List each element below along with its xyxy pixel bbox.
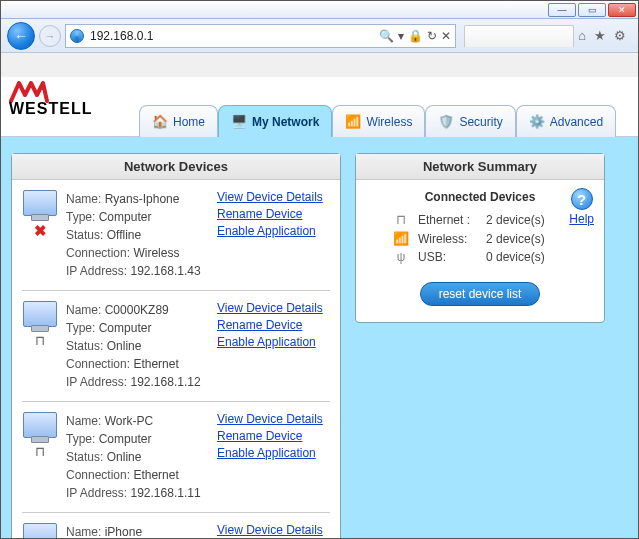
device-icon-column: 📶	[20, 523, 60, 538]
device-info: Name: C0000KZ89Type: ComputerStatus: Onl…	[66, 301, 211, 391]
device-status: Online	[107, 450, 142, 464]
help-icon[interactable]: ?	[571, 188, 593, 210]
summary-eth-label: Ethernet :	[418, 213, 480, 227]
device-row: ⊓Name: Work-PCType: ComputerStatus: Onli…	[12, 402, 340, 512]
enable-application-link[interactable]: Enable Application	[217, 335, 316, 349]
stop-icon[interactable]: ✕	[441, 29, 451, 43]
address-bar[interactable]: 192.168.0.1 🔍 ▾ 🔒 ↻ ✕	[65, 24, 456, 48]
brand-logo: WESTELL	[9, 81, 92, 118]
device-name: Ryans-Iphone	[105, 192, 180, 206]
device-name: C0000KZ89	[105, 303, 169, 317]
window-close-button[interactable]: ✕	[608, 3, 636, 17]
device-type: Computer	[99, 321, 152, 335]
view-device-details-link[interactable]: View Device Details	[217, 412, 323, 426]
computer-icon	[23, 412, 57, 438]
device-icon-column: ✖	[20, 190, 60, 280]
device-type: Computer	[99, 210, 152, 224]
window-minimize-button[interactable]: —	[548, 3, 576, 17]
device-row: ✖Name: Ryans-IphoneType: ComputerStatus:…	[12, 180, 340, 290]
nav-forward-button[interactable]: →	[39, 25, 61, 47]
device-ip: 192.168.1.43	[131, 264, 201, 278]
device-name: Work-PC	[105, 414, 153, 428]
network-tab-icon: 🖥️	[231, 114, 247, 130]
view-device-details-link[interactable]: View Device Details	[217, 190, 323, 204]
device-links: View Device DetailsRename DeviceEnable A…	[217, 523, 332, 538]
security-tab-icon: 🛡️	[438, 114, 454, 130]
network-summary-title: Network Summary	[356, 154, 604, 180]
device-connection: Ethernet	[133, 357, 178, 371]
tools-icon[interactable]: ⚙	[614, 28, 626, 43]
device-row: 📶Name: iPhoneType: ComputerStatus: Onlin…	[12, 513, 340, 538]
device-links: View Device DetailsRename DeviceEnable A…	[217, 190, 332, 280]
computer-icon	[23, 190, 57, 216]
refresh-icon[interactable]: ↻	[427, 29, 437, 43]
device-ip: 192.168.1.11	[131, 486, 201, 500]
device-status: Online	[107, 339, 142, 353]
browser-tab[interactable]	[464, 25, 574, 47]
dropdown-icon[interactable]: ▾	[398, 29, 404, 43]
rename-device-link[interactable]: Rename Device	[217, 429, 302, 443]
help-link[interactable]: Help	[569, 212, 594, 226]
rename-device-link[interactable]: Rename Device	[217, 318, 302, 332]
content-area: Network Devices ✖Name: Ryans-IphoneType:…	[1, 137, 638, 538]
network-devices-title: Network Devices	[12, 154, 340, 180]
tab-security[interactable]: 🛡️ Security	[425, 105, 515, 137]
address-icons: 🔍 ▾ 🔒 ↻ ✕	[379, 29, 451, 43]
summary-wifi-label: Wireless:	[418, 232, 480, 246]
summary-subtitle: Connected Devices	[368, 190, 592, 204]
ethernet-icon: ⊓	[35, 444, 45, 459]
summary-wifi-value: 2 device(s)	[486, 232, 592, 246]
tab-security-label: Security	[459, 115, 502, 129]
ethernet-icon: ⊓	[35, 333, 45, 348]
tab-wireless[interactable]: 📶 Wireless	[332, 105, 425, 137]
tab-home[interactable]: 🏠 Home	[139, 105, 218, 137]
tab-wireless-label: Wireless	[366, 115, 412, 129]
search-icon[interactable]: 🔍	[379, 29, 394, 43]
device-links: View Device DetailsRename DeviceEnable A…	[217, 301, 332, 391]
network-summary-panel: Network Summary ? Help Connected Devices…	[355, 153, 605, 323]
reset-device-list-button[interactable]: reset device list	[420, 282, 541, 306]
page-viewport: WESTELL 🏠 Home 🖥️ My Network 📶 Wireless …	[1, 77, 638, 538]
network-devices-panel: Network Devices ✖Name: Ryans-IphoneType:…	[11, 153, 341, 538]
home-icon[interactable]: ⌂	[578, 28, 586, 43]
device-row: ⊓Name: C0000KZ89Type: ComputerStatus: On…	[12, 291, 340, 401]
usb-icon: ψ	[390, 250, 412, 264]
enable-application-link[interactable]: Enable Application	[217, 224, 316, 238]
devices-list: ✖Name: Ryans-IphoneType: ComputerStatus:…	[12, 180, 340, 538]
summary-row-ethernet: ⊓ Ethernet : 2 device(s)	[390, 212, 592, 227]
device-icon-column: ⊓	[20, 301, 60, 391]
favorites-icon[interactable]: ★	[594, 28, 606, 43]
summary-row-usb: ψ USB: 0 device(s)	[390, 250, 592, 264]
enable-application-link[interactable]: Enable Application	[217, 446, 316, 460]
status-offline-icon: ✖	[34, 222, 47, 240]
address-text: 192.168.0.1	[90, 29, 373, 43]
home-tab-icon: 🏠	[152, 114, 168, 130]
device-info: Name: Ryans-IphoneType: ComputerStatus: …	[66, 190, 211, 280]
device-connection: Ethernet	[133, 468, 178, 482]
tab-advanced[interactable]: ⚙️ Advanced	[516, 105, 616, 137]
device-status: Offline	[107, 228, 141, 242]
lock-icon: 🔒	[408, 29, 423, 43]
router-header: WESTELL 🏠 Home 🖥️ My Network 📶 Wireless …	[1, 77, 638, 137]
device-info: Name: iPhoneType: ComputerStatus: Online…	[66, 523, 211, 538]
wireless-tab-icon: 📶	[345, 114, 361, 130]
browser-navbar: ← → 192.168.0.1 🔍 ▾ 🔒 ↻ ✕ ⌂ ★ ⚙	[1, 19, 638, 53]
brand-text: WESTELL	[9, 100, 92, 117]
device-links: View Device DetailsRename DeviceEnable A…	[217, 412, 332, 502]
device-name: iPhone	[105, 525, 142, 538]
wifi-icon: 📶	[390, 231, 412, 246]
view-device-details-link[interactable]: View Device Details	[217, 301, 323, 315]
help-block: ? Help	[569, 188, 594, 226]
device-ip: 192.168.1.12	[131, 375, 201, 389]
device-icon-column: ⊓	[20, 412, 60, 502]
summary-usb-label: USB:	[418, 250, 480, 264]
computer-icon	[23, 301, 57, 327]
rename-device-link[interactable]: Rename Device	[217, 207, 302, 221]
device-connection: Wireless	[133, 246, 179, 260]
summary-body: ? Help Connected Devices ⊓ Ethernet : 2 …	[356, 180, 604, 322]
device-info: Name: Work-PCType: ComputerStatus: Onlin…	[66, 412, 211, 502]
window-maximize-button[interactable]: ▭	[578, 3, 606, 17]
view-device-details-link[interactable]: View Device Details	[217, 523, 323, 537]
nav-back-button[interactable]: ←	[7, 22, 35, 50]
tab-my-network[interactable]: 🖥️ My Network	[218, 105, 332, 137]
